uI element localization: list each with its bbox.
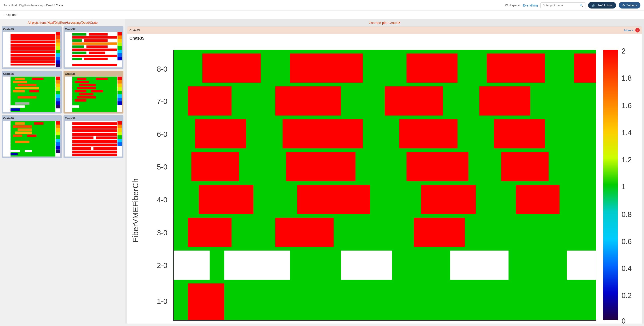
svg-rect-9: [10, 60, 55, 63]
svg-rect-13: [56, 39, 60, 43]
svg-rect-149: [118, 125, 122, 128]
close-button[interactable]: −: [635, 28, 640, 33]
svg-rect-143: [72, 143, 117, 146]
svg-rect-55: [15, 87, 39, 89]
svg-rect-152: [118, 135, 122, 139]
svg-rect-130: [56, 135, 60, 139]
svg-text:7-0: 7-0: [157, 97, 167, 105]
svg-rect-101: [118, 87, 122, 91]
svg-rect-186: [414, 218, 465, 247]
svg-rect-57: [13, 90, 25, 92]
useful-links-label: Useful Links: [596, 4, 612, 7]
svg-rect-42: [118, 46, 122, 50]
breadcrumb-sep3: /: [44, 4, 46, 7]
svg-text:1: 1: [622, 183, 626, 191]
svg-rect-144: [72, 147, 91, 150]
breadcrumb-top[interactable]: Top: [4, 4, 8, 7]
settings-button[interactable]: ⚙ Settings: [619, 2, 640, 9]
plot-card-crate38[interactable]: Crate38: [64, 115, 124, 158]
svg-rect-27: [72, 42, 117, 45]
svg-rect-72: [56, 94, 60, 98]
more-button[interactable]: More ∨: [624, 29, 634, 32]
svg-rect-137: [72, 126, 117, 129]
svg-rect-18: [56, 57, 60, 60]
svg-rect-74: [56, 101, 60, 105]
svg-rect-133: [56, 146, 60, 149]
options-bar[interactable]: › Options: [0, 11, 644, 19]
svg-rect-123: [10, 150, 20, 152]
breadcrumb-sep1: /: [9, 4, 10, 7]
svg-rect-25: [72, 39, 82, 42]
svg-rect-103: [118, 94, 122, 98]
close-icon: −: [636, 29, 638, 32]
svg-rect-174: [192, 152, 239, 181]
svg-rect-3: [10, 41, 55, 43]
plot-card-crate29[interactable]: Crate29: [2, 26, 62, 69]
plot-card-crate35[interactable]: Crate35: [64, 71, 124, 113]
header-right: Workspace: Everything 🔍 🔗 Useful Links ⚙…: [505, 2, 640, 9]
svg-rect-97: [72, 108, 117, 111]
options-chevron: ›: [4, 13, 5, 17]
search-input[interactable]: [542, 4, 578, 7]
plot-card-crate25[interactable]: Crate25: [2, 71, 62, 113]
useful-links-button[interactable]: 🔗 Useful Links: [588, 2, 616, 9]
svg-rect-105: [118, 101, 122, 105]
plots-grid: Crate29: [2, 26, 124, 158]
svg-text:6-0: 6-0: [157, 130, 167, 138]
svg-rect-87: [75, 90, 86, 92]
svg-rect-134: [56, 149, 60, 153]
svg-rect-127: [56, 125, 60, 128]
svg-rect-124: [24, 150, 32, 152]
svg-rect-193: [173, 283, 596, 320]
heatmap-svg: FiberVMEFiberCh: [130, 43, 640, 323]
svg-rect-118: [10, 138, 55, 140]
svg-rect-17: [56, 53, 60, 57]
breadcrumb-digi[interactable]: DigiRunHarvesting: [19, 4, 44, 7]
breadcrumb-hcal[interactable]: Hcal: [11, 4, 17, 7]
svg-rect-37: [72, 64, 117, 66]
svg-text:8-0: 8-0: [157, 65, 167, 73]
svg-text:0.4: 0.4: [622, 264, 632, 272]
svg-rect-158: [202, 54, 261, 83]
svg-rect-150: [118, 128, 122, 132]
svg-rect-14: [56, 43, 60, 46]
svg-rect-58: [29, 90, 39, 92]
plot-card-crate37[interactable]: Crate37: [64, 26, 124, 69]
svg-rect-53: [18, 84, 36, 86]
svg-rect-65: [10, 105, 24, 108]
plot-card-crate30[interactable]: Crate30: [2, 115, 62, 158]
svg-rect-64: [15, 102, 29, 105]
svg-rect-85: [77, 87, 96, 89]
svg-rect-38: [118, 32, 122, 36]
svg-rect-167: [480, 86, 530, 115]
svg-rect-44: [118, 53, 122, 57]
svg-rect-81: [75, 81, 89, 83]
plot-thumbnail-crate37: [65, 32, 122, 68]
svg-rect-194: [188, 283, 224, 320]
svg-rect-34: [72, 58, 82, 60]
svg-rect-111: [10, 128, 55, 131]
svg-rect-28: [72, 46, 84, 48]
breadcrumb-dead[interactable]: Dead: [46, 4, 53, 7]
breadcrumb-crate: Crate: [56, 4, 63, 7]
svg-rect-104: [118, 98, 122, 101]
svg-rect-140: [72, 136, 94, 139]
svg-rect-175: [286, 152, 356, 181]
plot-card-title-crate29: Crate29: [3, 28, 60, 31]
svg-rect-61: [18, 96, 36, 98]
svg-rect-176: [406, 152, 468, 181]
svg-rect-100: [118, 84, 122, 87]
workspace-link[interactable]: Everything: [523, 4, 538, 7]
svg-rect-33: [72, 55, 117, 57]
zoomed-plot-title: Crate35: [130, 36, 640, 41]
svg-rect-29: [86, 46, 108, 48]
left-panel: All plots from /Hcal/DigiRunHarvesting/D…: [0, 19, 125, 323]
svg-text:0: 0: [622, 317, 626, 323]
svg-rect-114: [15, 131, 32, 134]
svg-rect-12: [56, 36, 60, 39]
svg-rect-59: [10, 93, 55, 96]
svg-rect-121: [10, 144, 55, 146]
svg-text:1-0: 1-0: [157, 297, 167, 305]
svg-rect-10: [10, 64, 55, 65]
svg-rect-107: [15, 122, 24, 125]
